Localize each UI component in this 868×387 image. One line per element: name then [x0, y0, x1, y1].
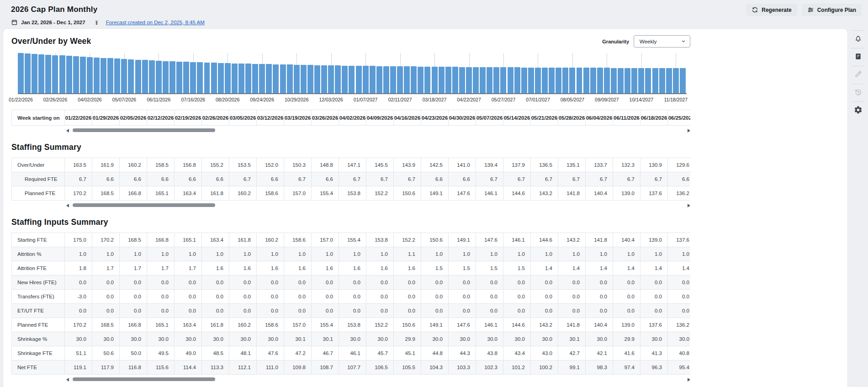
- scroll-left-arrow-icon[interactable]: [66, 204, 69, 207]
- scroll-right-arrow-icon[interactable]: [688, 204, 690, 207]
- value-cell: 1.0: [640, 247, 668, 261]
- value-cell: 1.0: [531, 247, 558, 261]
- granularity-value: Weekly: [640, 39, 657, 44]
- chart-bar: [645, 68, 651, 93]
- value-cell: 1.5: [421, 261, 449, 276]
- chart-bar: [335, 65, 341, 93]
- chart-bar: [287, 64, 293, 93]
- configure-plan-button[interactable]: Configure Plan: [802, 4, 862, 16]
- staffing-inputs-title: Staffing Inputs Summary: [11, 217, 690, 227]
- table-row: ET/UT FTE0.00.00.00.00.00.00.00.00.00.00…: [12, 304, 691, 318]
- value-cell: 0.0: [531, 304, 558, 318]
- value-cell: 30.0: [640, 332, 668, 346]
- value-cell: 30.0: [120, 332, 147, 346]
- chart-bar: [328, 65, 334, 93]
- value-cell: 45.1: [394, 346, 421, 360]
- value-cell: 150.3: [284, 158, 312, 172]
- chart-bar: [197, 62, 203, 93]
- forecast-created-link[interactable]: Forecast created on Dec 2, 2025, 8:45 AM: [106, 20, 205, 25]
- chart-bar: [625, 68, 630, 93]
- value-cell: 140.4: [586, 318, 613, 332]
- value-cell: 102.3: [476, 360, 503, 375]
- value-cell: 168.5: [120, 233, 147, 247]
- chart-x-tick-label: 09/24/2026: [250, 97, 274, 102]
- chart-bar: [183, 62, 189, 93]
- value-cell: 135.1: [558, 158, 586, 172]
- value-cell: 0.0: [640, 276, 668, 290]
- overunder-chart: [18, 53, 687, 94]
- week-date-cell: 02/05/2026: [120, 110, 147, 126]
- value-cell: 146.1: [476, 186, 503, 201]
- value-cell: 141.8: [586, 233, 613, 247]
- value-cell: 0.0: [586, 290, 613, 304]
- value-cell: 41.3: [640, 346, 668, 360]
- chart-bar: [73, 56, 79, 93]
- notes-button[interactable]: [848, 48, 868, 66]
- value-cell: 6.6: [421, 172, 449, 186]
- value-cell: 161.8: [202, 318, 229, 332]
- chart-x-axis-labels: 01/22/202602/26/202604/02/202605/07/2026…: [18, 96, 687, 104]
- chart-bar: [611, 68, 617, 94]
- granularity-select[interactable]: Weekly: [634, 35, 690, 48]
- notifications-button[interactable]: [848, 31, 868, 48]
- configure-plan-label: Configure Plan: [817, 7, 856, 13]
- value-cell: 0.0: [421, 290, 449, 304]
- value-cell: 163.4: [175, 186, 202, 201]
- regenerate-button[interactable]: Regenerate: [746, 4, 797, 16]
- value-cell: 6.7: [339, 172, 366, 186]
- settings-button[interactable]: [848, 102, 868, 119]
- value-cell: 0.0: [449, 290, 476, 304]
- scroll-thumb[interactable]: [73, 203, 215, 207]
- value-cell: 43.0: [531, 346, 558, 360]
- scroll-left-arrow-icon[interactable]: [66, 129, 69, 133]
- value-cell: 101.2: [503, 360, 531, 375]
- scroll-left-arrow-icon[interactable]: [66, 378, 69, 382]
- value-cell: 1.8: [65, 261, 92, 276]
- scroll-thumb[interactable]: [73, 128, 215, 132]
- chart-x-tick-label: 02/26/2026: [43, 97, 68, 102]
- chart-bar: [204, 63, 210, 93]
- value-cell: 0.0: [229, 304, 257, 318]
- chart-bar: [52, 55, 58, 94]
- value-cell: 30.1: [284, 332, 312, 346]
- value-cell: 1.0: [366, 247, 394, 261]
- value-cell: 0.0: [65, 304, 92, 318]
- value-cell: 161.9: [92, 158, 120, 172]
- chart-bar: [87, 57, 93, 93]
- value-cell: 143.2: [558, 233, 586, 247]
- chart-bar: [659, 68, 665, 93]
- value-cell: 1.5: [449, 261, 476, 276]
- edit-button[interactable]: [848, 66, 868, 84]
- value-cell: 0.0: [312, 304, 339, 318]
- history-button[interactable]: [848, 84, 868, 101]
- value-cell: 0.0: [257, 276, 284, 290]
- value-cell: 6.6: [312, 172, 339, 186]
- value-cell: 148.8: [312, 158, 339, 172]
- row-label: Planned FTE: [12, 186, 65, 201]
- week-date-cell: 06/25/2026: [668, 110, 691, 126]
- value-cell: 6.6: [147, 172, 175, 186]
- value-cell: 0.0: [339, 290, 366, 304]
- row-label: ET/UT FTE: [12, 304, 65, 318]
- value-cell: 48.5: [202, 346, 229, 360]
- chart-bar: [500, 67, 506, 93]
- value-cell: 152.2: [366, 186, 394, 201]
- chart-bar: [94, 58, 100, 93]
- scroll-right-arrow-icon[interactable]: [688, 129, 690, 133]
- week-date-cell: 03/12/2026: [257, 110, 284, 126]
- value-cell: 30.0: [229, 332, 257, 346]
- value-cell: 149.1: [421, 186, 449, 201]
- value-cell: 0.0: [175, 276, 202, 290]
- value-cell: 30.1: [558, 332, 586, 346]
- chart-bar: [294, 65, 300, 93]
- value-cell: 163.4: [202, 233, 229, 247]
- value-cell: 6.7: [284, 172, 312, 186]
- value-cell: 49.0: [175, 346, 202, 360]
- week-starting-table: Week starting on 01/22/202601/29/202602/…: [11, 110, 690, 126]
- week-date-cell: 04/16/2026: [394, 110, 421, 126]
- value-cell: 137.6: [668, 233, 691, 247]
- scroll-thumb[interactable]: [73, 377, 215, 381]
- value-cell: 140.4: [586, 186, 613, 201]
- chart-bar: [383, 66, 389, 93]
- scroll-right-arrow-icon[interactable]: [688, 378, 690, 382]
